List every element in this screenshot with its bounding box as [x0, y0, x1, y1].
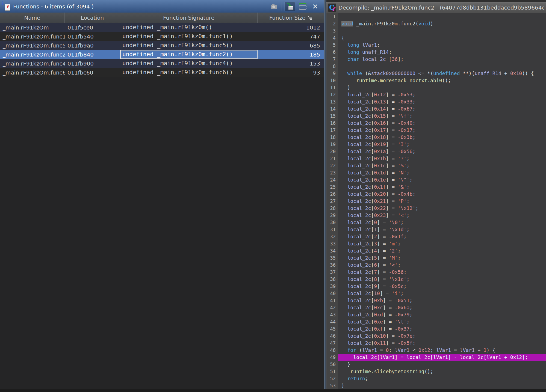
- code-text[interactable]: local_2c[0x1b] = '?';: [338, 155, 546, 162]
- code-text[interactable]: local_2c[0x1e] = '\"';: [338, 176, 546, 183]
- code-line[interactable]: 3: [326, 27, 546, 34]
- code-text[interactable]: local_2c[0x1c] = '%';: [338, 162, 546, 169]
- code-text[interactable]: _runtime.morestack_noctxt.abi0();: [338, 77, 546, 84]
- code-line[interactable]: 52 return;: [326, 375, 546, 382]
- column-header-signature[interactable]: Function Signature: [120, 13, 258, 23]
- code-line[interactable]: 23 local_2c[0x1d] = 'N';: [326, 169, 546, 176]
- code-line[interactable]: 42 local_2c[0xc] = -0x6a;: [326, 304, 546, 311]
- code-text[interactable]: }: [338, 84, 546, 91]
- code-line[interactable]: 29 local_2c[0x23] = '<';: [326, 212, 546, 219]
- column-header-size[interactable]: Function Size: [258, 13, 324, 23]
- code-text[interactable]: long lVar1;: [338, 41, 546, 49]
- code-text[interactable]: local_2c[0x12] = -0x53;: [338, 91, 546, 98]
- code-text[interactable]: local_2c[0x10] = -0x7e;: [338, 332, 546, 340]
- code-line[interactable]: 15 local_2c[0x15] = '\f';: [326, 112, 546, 120]
- code-line[interactable]: 8: [326, 63, 546, 70]
- code-line[interactable]: 50 }: [326, 361, 546, 368]
- code-text[interactable]: local_2c[0x1f] = '&';: [338, 183, 546, 191]
- code-line[interactable]: 36 local_2c[6] = '<';: [326, 262, 546, 269]
- code-text[interactable]: local_2c[0x11] = -0x5f;: [338, 340, 546, 347]
- code-line[interactable]: 18 local_2c[0x18] = -0x3b;: [326, 134, 546, 141]
- code-line[interactable]: 40 local_2c[10] = 'i';: [326, 290, 546, 297]
- table-row[interactable]: _main.rF91kzOm.func1011fb540undefined _m…: [0, 32, 324, 41]
- code-line[interactable]: 11 }: [326, 84, 546, 91]
- code-line[interactable]: 6 long unaff_R14;: [326, 49, 546, 56]
- code-line[interactable]: 34 local_2c[4] = '2';: [326, 247, 546, 254]
- code-text[interactable]: }: [338, 361, 546, 368]
- code-text[interactable]: local_2c[0x16] = -0x40;: [338, 120, 546, 127]
- code-text[interactable]: local_2c[6] = '<';: [338, 262, 546, 269]
- code-line[interactable]: 13 local_2c[0x13] = -0x33;: [326, 98, 546, 105]
- code-text[interactable]: local_2c[9] = -0x5c;: [338, 283, 546, 290]
- code-line[interactable]: 25 local_2c[0x1f] = '&';: [326, 183, 546, 191]
- code-text[interactable]: local_2c[0xd] = -0x79;: [338, 311, 546, 318]
- code-line[interactable]: 9 while (&stack0x00000000 <= *(undefined…: [326, 70, 546, 77]
- code-line[interactable]: 37 local_2c[7] = -0x56;: [326, 269, 546, 276]
- code-text[interactable]: local_2c[0x23] = '<';: [338, 212, 546, 219]
- code-line[interactable]: 49 local_2c[lVar1] = local_2c[lVar1] - l…: [326, 354, 546, 361]
- decompiler-code-area[interactable]: 12void _main.rF91kz0m.func2(void)34{5 lo…: [326, 13, 546, 392]
- code-text[interactable]: local_2c[0x14] = -0x67;: [338, 105, 546, 112]
- stacked-bars-icon[interactable]: [298, 2, 308, 11]
- code-line[interactable]: 16 local_2c[0x16] = -0x40;: [326, 120, 546, 127]
- table-row[interactable]: _main.rF91kzOm.func2011fb840undefined _m…: [0, 50, 324, 59]
- code-text[interactable]: local_2c[0x1d] = 'N';: [338, 169, 546, 176]
- table-green-arrow-icon[interactable]: [285, 2, 295, 11]
- code-text[interactable]: local_2c[0x22] = '\x12';: [338, 205, 546, 212]
- code-line[interactable]: 44 local_2c[0xe] = '\t';: [326, 318, 546, 325]
- code-text[interactable]: while (&stack0x00000000 <= *(undefined *…: [338, 70, 546, 77]
- code-line[interactable]: 41 local_2c[0xb] = -0x51;: [326, 297, 546, 304]
- code-text[interactable]: local_2c[1] = '\x1d';: [338, 226, 546, 233]
- code-line[interactable]: 31 local_2c[1] = '\x1d';: [326, 226, 546, 233]
- code-text[interactable]: local_2c[0x20] = -0x4b;: [338, 191, 546, 198]
- code-line[interactable]: 17 local_2c[0x17] = -0x17;: [326, 127, 546, 134]
- code-text[interactable]: }: [338, 382, 546, 389]
- code-text[interactable]: [338, 13, 546, 20]
- code-line[interactable]: 27 local_2c[0x21] = 'P';: [326, 198, 546, 205]
- code-text[interactable]: local_2c[0x1a] = -0x56;: [338, 148, 546, 155]
- code-text[interactable]: local_2c[0xf] = -0x37;: [338, 325, 546, 332]
- code-line[interactable]: 33 local_2c[3] = 'm';: [326, 240, 546, 247]
- code-line[interactable]: 47 local_2c[0x11] = -0x5f;: [326, 340, 546, 347]
- code-text[interactable]: local_2c[0] = '\0';: [338, 219, 546, 226]
- code-text[interactable]: local_2c[0xe] = '\t';: [338, 318, 546, 325]
- code-text[interactable]: local_2c[8] = '\x1c';: [338, 276, 546, 283]
- code-line[interactable]: 2void _main.rF91kz0m.func2(void): [326, 20, 546, 27]
- code-text[interactable]: return;: [338, 375, 546, 382]
- code-line[interactable]: 51 _runtime.slicebytetostring();: [326, 368, 546, 375]
- code-text[interactable]: local_2c[5] = 'M';: [338, 254, 546, 262]
- code-line[interactable]: 14 local_2c[0x14] = -0x67;: [326, 105, 546, 112]
- code-line[interactable]: 22 local_2c[0x1c] = '%';: [326, 162, 546, 169]
- code-text[interactable]: local_2c[0x18] = -0x3b;: [338, 134, 546, 141]
- code-line[interactable]: 28 local_2c[0x22] = '\x12';: [326, 205, 546, 212]
- code-line[interactable]: 24 local_2c[0x1e] = '\"';: [326, 176, 546, 183]
- code-text[interactable]: [338, 63, 546, 70]
- code-line[interactable]: 20 local_2c[0x1a] = -0x56;: [326, 148, 546, 155]
- code-line[interactable]: 30 local_2c[0] = '\0';: [326, 219, 546, 226]
- code-line[interactable]: 43 local_2c[0xd] = -0x79;: [326, 311, 546, 318]
- code-line[interactable]: 39 local_2c[9] = -0x5c;: [326, 283, 546, 290]
- code-text[interactable]: _runtime.slicebytetostring();: [338, 368, 546, 375]
- code-text[interactable]: local_2c[lVar1] = local_2c[lVar1] - loca…: [338, 354, 546, 361]
- code-text[interactable]: local_2c[0x21] = 'P';: [338, 198, 546, 205]
- code-text[interactable]: local_2c[0x19] = 'I';: [338, 141, 546, 148]
- code-line[interactable]: 12 local_2c[0x12] = -0x53;: [326, 91, 546, 98]
- code-text[interactable]: local_2c[0x15] = '\f';: [338, 112, 546, 120]
- column-header-location[interactable]: Location: [65, 13, 120, 23]
- code-line[interactable]: 53}: [326, 382, 546, 389]
- code-text[interactable]: local_2c[0xc] = -0x6a;: [338, 304, 546, 311]
- column-header-name[interactable]: Name: [0, 13, 65, 23]
- code-line[interactable]: 1: [326, 13, 546, 20]
- snapshot-icon[interactable]: [269, 2, 279, 11]
- code-line[interactable]: 38 local_2c[8] = '\x1c';: [326, 276, 546, 283]
- code-text[interactable]: char local_2c [36];: [338, 56, 546, 63]
- code-text[interactable]: local_2c[4] = '2';: [338, 247, 546, 254]
- code-text[interactable]: {: [338, 34, 546, 41]
- table-row[interactable]: _main.rF91kzOm.func4011fb900undefined _m…: [0, 59, 324, 68]
- code-text[interactable]: [338, 27, 546, 34]
- code-line[interactable]: 10 _runtime.morestack_noctxt.abi0();: [326, 77, 546, 84]
- code-line[interactable]: 32 local_2c[2] = -0x1f;: [326, 233, 546, 240]
- code-line[interactable]: 26 local_2c[0x20] = -0x4b;: [326, 191, 546, 198]
- code-text[interactable]: local_2c[7] = -0x56;: [338, 269, 546, 276]
- code-line[interactable]: 48 for (lVar1 = 0; lVar1 < 0x12; lVar1 =…: [326, 347, 546, 354]
